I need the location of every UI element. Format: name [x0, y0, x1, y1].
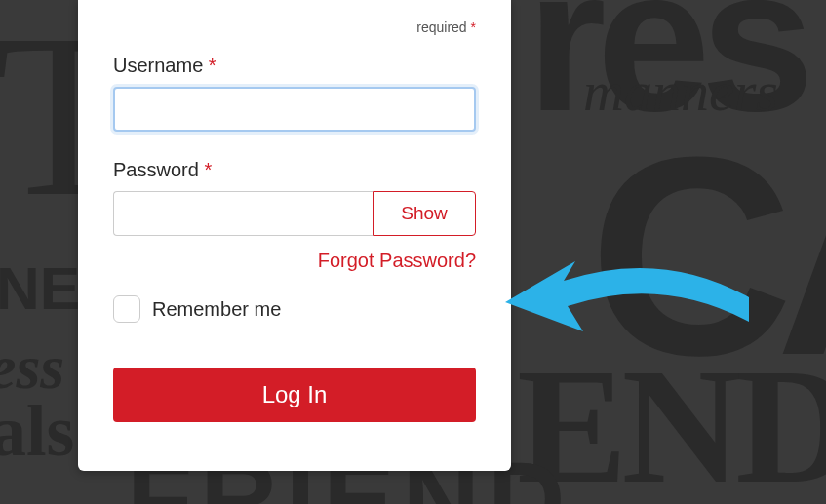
- login-button[interactable]: Log In: [113, 368, 476, 422]
- required-asterisk: *: [471, 19, 476, 35]
- password-label: Password *: [113, 159, 476, 181]
- password-input[interactable]: [113, 191, 373, 236]
- username-label: Username *: [113, 55, 476, 77]
- bg-word: als: [0, 390, 74, 473]
- login-card: required * Username * Password * Show Fo…: [78, 0, 511, 471]
- forgot-password-link[interactable]: Forgot Password?: [113, 250, 476, 272]
- remember-row: Remember me: [113, 295, 476, 323]
- bg-word: NE: [0, 253, 80, 323]
- remember-label: Remember me: [152, 298, 281, 321]
- required-asterisk: *: [204, 159, 212, 180]
- required-note: required *: [113, 19, 476, 35]
- show-password-button[interactable]: Show: [373, 191, 476, 236]
- username-input[interactable]: [113, 87, 476, 132]
- password-row: Show: [113, 191, 476, 236]
- required-text: required: [416, 19, 466, 35]
- required-asterisk: *: [209, 55, 216, 76]
- remember-checkbox[interactable]: [113, 295, 140, 323]
